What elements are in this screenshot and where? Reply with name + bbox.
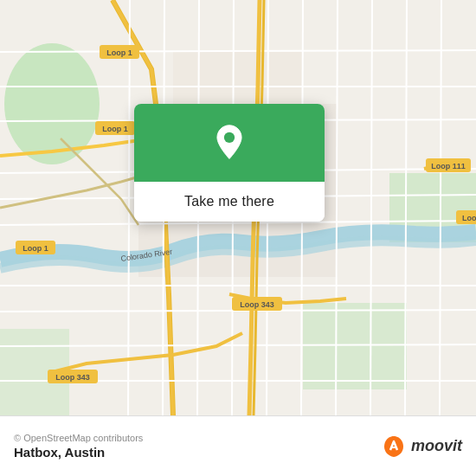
svg-rect-5: [303, 303, 407, 389]
svg-text:Loop 1: Loop 1: [23, 244, 48, 253]
moovit-text: moovit: [411, 437, 462, 455]
svg-text:Loop: Loop: [462, 214, 476, 222]
moovit-brand-icon: [380, 433, 408, 460]
svg-text:Loop 111: Loop 111: [431, 162, 466, 170]
pin-icon: [210, 124, 248, 162]
svg-text:Loop 1: Loop 1: [102, 125, 128, 133]
map-container: Loop 1 Loop 1 Loop 1 Loop 343 Loop 343 L…: [0, 0, 476, 415]
bottom-bar: © OpenStreetMap contributors Hatbox, Aus…: [0, 415, 476, 476]
copyright-text: © OpenStreetMap contributors: [14, 433, 143, 443]
popup-header: [134, 104, 325, 182]
popup-card: Take me there: [134, 104, 325, 222]
svg-text:Loop 343: Loop 343: [55, 373, 90, 382]
moovit-logo[interactable]: moovit: [380, 433, 462, 460]
place-name: Hatbox, Austin: [14, 445, 143, 460]
svg-text:Loop 1: Loop 1: [106, 48, 132, 57]
take-me-there-button[interactable]: Take me there: [134, 182, 325, 222]
svg-point-43: [224, 132, 235, 143]
bottom-left: © OpenStreetMap contributors Hatbox, Aus…: [14, 433, 143, 460]
svg-text:Loop 343: Loop 343: [240, 300, 274, 309]
